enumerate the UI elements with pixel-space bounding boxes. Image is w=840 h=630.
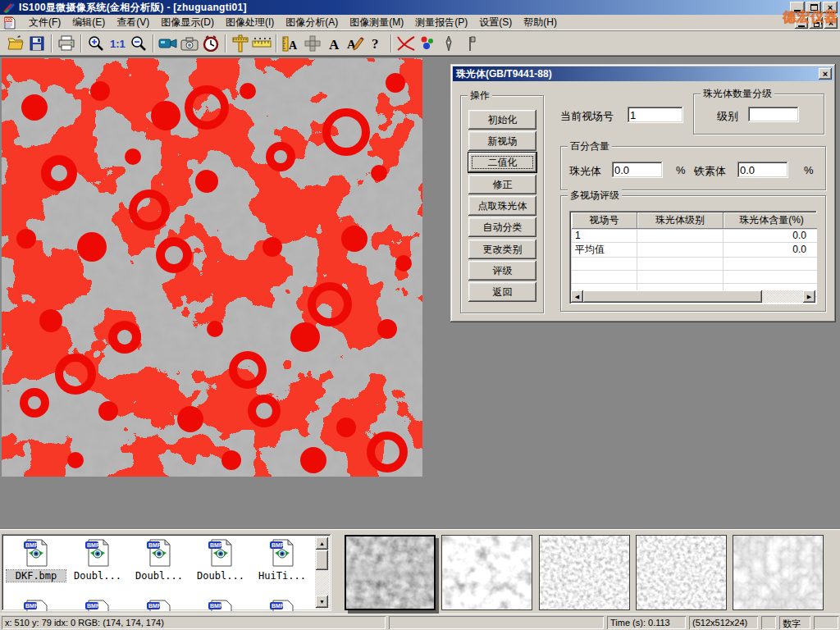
file-list-scrollbar[interactable]: ▲ ▼ (315, 536, 329, 609)
binarize-button[interactable]: 二值化 (468, 153, 536, 172)
menu-view[interactable]: 查看(V) (111, 14, 155, 31)
grade-input[interactable] (748, 107, 799, 122)
file-item[interactable]: BMP (191, 600, 250, 611)
scroll-left-icon[interactable]: ◀ (571, 290, 583, 303)
menu-image-analysis[interactable]: 图像分析(A) (280, 14, 344, 31)
col-pearlite-content[interactable]: 珠光体含量(%) (724, 212, 818, 229)
toolbar-separator (80, 34, 82, 52)
scroll-right-icon[interactable]: ▶ (803, 290, 815, 303)
col-pearlite-grade[interactable]: 珠光体级别 (637, 212, 724, 229)
file-list[interactable]: BMP DKF.bmp BMP Doubl... BMP (2, 534, 331, 611)
table-horizontal-scrollbar[interactable]: ◀ ▶ (571, 290, 815, 303)
file-name[interactable]: DKF.bmp (7, 570, 66, 582)
timer-icon[interactable] (200, 33, 221, 54)
file-item[interactable]: BMP (68, 600, 127, 611)
cell (637, 229, 724, 242)
thumbnail-4[interactable] (636, 535, 727, 610)
ruler-icon[interactable] (251, 33, 272, 54)
ferrite-percent-input[interactable] (737, 162, 788, 178)
measure-text-icon[interactable]: A (281, 33, 302, 54)
thumbnail-5[interactable] (733, 535, 824, 610)
caliper-icon[interactable] (230, 33, 251, 54)
file-item[interactable]: BMP Doubl... (130, 539, 189, 582)
cell: 0.0 (724, 242, 818, 257)
dialog-close-icon[interactable]: × (819, 68, 832, 80)
svg-text:BMP: BMP (210, 542, 223, 548)
file-name[interactable]: Doubl... (68, 570, 127, 582)
table-row[interactable] (572, 257, 818, 270)
thumbnail-1[interactable] (345, 535, 436, 610)
scroll-down-icon[interactable]: ▼ (316, 596, 328, 608)
menu-file[interactable]: 文件(F) (23, 14, 66, 31)
svg-text:BMP: BMP (272, 603, 285, 609)
auto-classify-button[interactable]: 自动分类 (468, 217, 536, 237)
file-item[interactable]: BMP HuiTi... (253, 539, 312, 582)
menu-image-measure[interactable]: 图像测量(M) (344, 14, 409, 31)
curve-cut-icon[interactable] (395, 33, 417, 54)
initialize-button[interactable]: 初始化 (468, 110, 536, 130)
brush-tool-icon[interactable] (459, 33, 481, 54)
file-item[interactable]: BMP Doubl... (68, 539, 127, 582)
return-button[interactable]: 返回 (468, 282, 536, 302)
col-field-number[interactable]: 视场号 (572, 212, 637, 229)
menu-edit[interactable]: 编辑(E) (66, 14, 111, 31)
mdi-client-area: 珠光体(GB/T9441-88) × 操作 初始化 新视场 二值化 修正 点取珠… (0, 56, 840, 529)
save-icon[interactable] (26, 33, 48, 54)
pen-tool-icon[interactable] (438, 33, 459, 54)
svg-text:BMP: BMP (87, 542, 100, 548)
cell: 0.0 (724, 229, 818, 242)
scrollbar-thumb[interactable] (316, 550, 328, 570)
zoom-out-icon[interactable] (128, 33, 149, 54)
dialog-title-bar[interactable]: 珠光体(GB/T9441-88) × (453, 66, 833, 81)
menu-measure-report[interactable]: 测量报告(P) (409, 14, 473, 31)
file-item[interactable]: BMP (7, 600, 66, 611)
open-icon[interactable] (5, 33, 26, 54)
camera-capture-icon[interactable] (179, 33, 200, 54)
micrograph-image[interactable] (2, 58, 422, 477)
file-name[interactable]: Doubl... (130, 570, 189, 582)
print-icon[interactable] (56, 33, 77, 54)
scroll-up-icon[interactable]: ▲ (316, 537, 328, 550)
rate-button[interactable]: 评级 (468, 261, 536, 281)
video-capture-icon[interactable] (158, 33, 179, 54)
rating-table[interactable]: 视场号 珠光体级别 珠光体含量(%) 铁素体含量(%) 1 0.0 (569, 211, 817, 304)
pearlite-percent-input[interactable] (612, 162, 663, 178)
text-tool-icon[interactable]: A (323, 33, 345, 54)
thumbnail-3[interactable] (539, 535, 630, 610)
annotate-icon[interactable]: A (345, 33, 366, 54)
document-icon[interactable]: DOC (3, 16, 16, 30)
correct-button[interactable]: 修正 (468, 175, 536, 194)
menu-help[interactable]: 帮助(H) (518, 14, 563, 31)
svg-text:BMP: BMP (25, 603, 39, 609)
file-name[interactable]: Doubl... (191, 570, 250, 582)
table-row[interactable] (572, 270, 818, 283)
thumbnail-2[interactable] (441, 535, 532, 610)
file-item[interactable]: BMP DKF.bmp (7, 539, 66, 582)
toolbar-separator (51, 34, 52, 52)
status-empty-panel (389, 616, 604, 629)
dialog-title: 珠光体(GB/T9441-88) (456, 67, 552, 81)
status-bar: x: 510 y: 79 idx: 0 RGB: (174, 174, 174)… (0, 614, 840, 630)
phase-particles-icon[interactable] (417, 33, 438, 54)
pick-pearlite-button[interactable]: 点取珠光体 (468, 196, 536, 216)
grid-tool-icon[interactable] (302, 33, 323, 54)
menu-settings[interactable]: 设置(S) (473, 14, 518, 31)
pearlite-label: 珠光体 (569, 164, 601, 179)
file-item[interactable]: BMP Doubl... (191, 539, 250, 582)
new-field-button[interactable]: 新视场 (468, 131, 536, 151)
scrollbar-thumb[interactable] (583, 290, 762, 303)
actual-size-icon[interactable]: 1:1 (107, 33, 128, 54)
percent-group-label: 百分含量 (568, 140, 612, 152)
menu-image-display[interactable]: 图像显示(D) (155, 14, 220, 31)
file-name[interactable]: HuiTi... (253, 570, 312, 582)
toolbar-separator (390, 34, 392, 52)
table-row[interactable]: 1 0.0 (572, 229, 818, 242)
help-icon[interactable]: ? (366, 33, 387, 54)
change-class-button[interactable]: 更改类别 (468, 240, 536, 259)
zoom-in-icon[interactable] (85, 33, 107, 54)
table-row[interactable]: 平均值 0.0 (572, 242, 818, 257)
current-field-input[interactable] (628, 107, 683, 123)
menu-image-processing[interactable]: 图像处理(I) (220, 14, 280, 31)
file-item[interactable]: BMP (253, 600, 312, 611)
file-item[interactable]: BMP (130, 600, 189, 611)
